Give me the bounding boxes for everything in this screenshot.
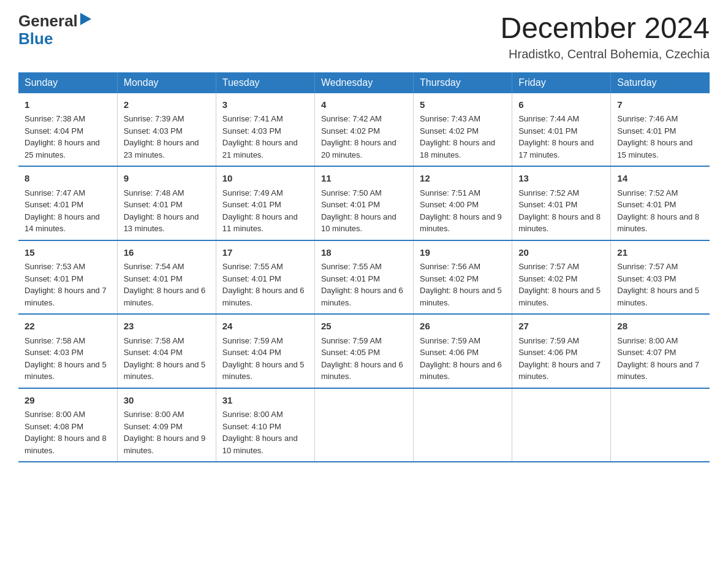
day-number: 10 [222,172,308,186]
column-header-friday: Friday [512,72,611,93]
day-number: 20 [518,246,604,260]
day-number: 24 [222,320,308,334]
calendar-cell: 22Sunrise: 7:58 AMSunset: 4:03 PMDayligh… [18,314,117,388]
day-number: 6 [518,98,604,112]
calendar-week-row: 8Sunrise: 7:47 AMSunset: 4:01 PMDaylight… [18,166,710,240]
day-number: 22 [25,320,111,334]
calendar-cell: 30Sunrise: 8:00 AMSunset: 4:09 PMDayligh… [117,388,216,462]
svg-marker-0 [80,13,91,25]
calendar-cell: 2Sunrise: 7:39 AMSunset: 4:03 PMDaylight… [117,93,216,167]
day-info: Sunrise: 7:48 AMSunset: 4:01 PMDaylight:… [124,188,199,234]
day-number: 5 [420,98,506,112]
calendar-cell: 17Sunrise: 7:55 AMSunset: 4:01 PMDayligh… [216,240,314,315]
day-info: Sunrise: 7:52 AMSunset: 4:01 PMDaylight:… [617,188,699,234]
day-number: 2 [124,98,210,112]
column-header-tuesday: Tuesday [216,72,314,93]
day-number: 13 [518,172,604,186]
logo-wordmark: General Blue [18,12,91,47]
day-info: Sunrise: 7:55 AMSunset: 4:01 PMDaylight:… [222,262,305,307]
day-info: Sunrise: 7:54 AMSunset: 4:01 PMDaylight:… [124,262,206,307]
calendar-header-row: SundayMondayTuesdayWednesdayThursdayFrid… [18,72,710,93]
calendar-cell: 20Sunrise: 7:57 AMSunset: 4:02 PMDayligh… [512,240,611,315]
calendar-cell [314,388,413,462]
day-number: 4 [321,98,407,112]
day-number: 28 [617,320,703,334]
day-info: Sunrise: 8:00 AMSunset: 4:10 PMDaylight:… [222,410,298,455]
day-number: 7 [617,98,703,112]
column-header-wednesday: Wednesday [314,72,413,93]
day-info: Sunrise: 8:00 AMSunset: 4:08 PMDaylight:… [25,410,107,455]
calendar-cell: 11Sunrise: 7:50 AMSunset: 4:01 PMDayligh… [314,166,413,240]
day-info: Sunrise: 7:52 AMSunset: 4:01 PMDaylight:… [518,188,601,234]
calendar-cell: 23Sunrise: 7:58 AMSunset: 4:04 PMDayligh… [117,314,216,388]
day-info: Sunrise: 7:42 AMSunset: 4:02 PMDaylight:… [321,114,396,159]
calendar-cell: 14Sunrise: 7:52 AMSunset: 4:01 PMDayligh… [611,166,710,240]
day-number: 17 [222,246,308,260]
day-number: 8 [25,172,111,186]
calendar-week-row: 22Sunrise: 7:58 AMSunset: 4:03 PMDayligh… [18,314,710,388]
column-header-saturday: Saturday [611,72,710,93]
calendar-cell: 16Sunrise: 7:54 AMSunset: 4:01 PMDayligh… [117,240,216,315]
logo-blue-text: Blue [18,29,53,48]
day-info: Sunrise: 7:59 AMSunset: 4:06 PMDaylight:… [420,336,502,381]
day-info: Sunrise: 7:59 AMSunset: 4:04 PMDaylight:… [222,336,305,381]
calendar-cell [414,388,512,462]
calendar-cell: 5Sunrise: 7:43 AMSunset: 4:02 PMDaylight… [414,93,512,167]
calendar-cell: 19Sunrise: 7:56 AMSunset: 4:02 PMDayligh… [414,240,512,315]
title-block: December 2024 Hradistko, Central Bohemia… [500,12,710,61]
month-title: December 2024 [500,12,710,45]
day-number: 14 [617,172,703,186]
day-number: 19 [420,246,506,260]
day-number: 21 [617,246,703,260]
column-header-sunday: Sunday [18,72,117,93]
calendar-cell: 3Sunrise: 7:41 AMSunset: 4:03 PMDaylight… [216,93,314,167]
day-number: 23 [124,320,210,334]
day-number: 12 [420,172,506,186]
calendar-cell: 10Sunrise: 7:49 AMSunset: 4:01 PMDayligh… [216,166,314,240]
day-info: Sunrise: 7:57 AMSunset: 4:02 PMDaylight:… [518,262,601,307]
calendar-cell: 15Sunrise: 7:53 AMSunset: 4:01 PMDayligh… [18,240,117,315]
day-number: 15 [25,246,111,260]
day-number: 27 [518,320,604,334]
day-info: Sunrise: 7:58 AMSunset: 4:03 PMDaylight:… [25,336,107,381]
location-subtitle: Hradistko, Central Bohemia, Czechia [500,47,710,61]
day-number: 25 [321,320,407,334]
day-info: Sunrise: 7:44 AMSunset: 4:01 PMDaylight:… [518,114,594,159]
logo-arrow-icon [80,13,91,25]
calendar-cell: 28Sunrise: 8:00 AMSunset: 4:07 PMDayligh… [611,314,710,388]
day-number: 16 [124,246,210,260]
calendar-cell: 6Sunrise: 7:44 AMSunset: 4:01 PMDaylight… [512,93,611,167]
day-number: 1 [25,98,111,112]
day-info: Sunrise: 7:58 AMSunset: 4:04 PMDaylight:… [124,336,206,381]
logo-general-text: General [18,12,78,30]
calendar-cell: 1Sunrise: 7:38 AMSunset: 4:04 PMDaylight… [18,93,117,167]
day-info: Sunrise: 7:39 AMSunset: 4:03 PMDaylight:… [124,114,199,159]
logo: General Blue [18,12,91,47]
calendar-cell: 13Sunrise: 7:52 AMSunset: 4:01 PMDayligh… [512,166,611,240]
calendar-week-row: 1Sunrise: 7:38 AMSunset: 4:04 PMDaylight… [18,93,710,167]
day-number: 11 [321,172,407,186]
calendar-cell [611,388,710,462]
day-number: 31 [222,394,308,408]
day-info: Sunrise: 7:50 AMSunset: 4:01 PMDaylight:… [321,188,396,234]
calendar-cell: 27Sunrise: 7:59 AMSunset: 4:06 PMDayligh… [512,314,611,388]
day-info: Sunrise: 7:41 AMSunset: 4:03 PMDaylight:… [222,114,298,159]
calendar-cell: 4Sunrise: 7:42 AMSunset: 4:02 PMDaylight… [314,93,413,167]
calendar-cell: 26Sunrise: 7:59 AMSunset: 4:06 PMDayligh… [414,314,512,388]
calendar-cell: 25Sunrise: 7:59 AMSunset: 4:05 PMDayligh… [314,314,413,388]
calendar-cell: 18Sunrise: 7:55 AMSunset: 4:01 PMDayligh… [314,240,413,315]
day-info: Sunrise: 7:59 AMSunset: 4:05 PMDaylight:… [321,336,403,381]
day-info: Sunrise: 8:00 AMSunset: 4:09 PMDaylight:… [124,410,206,455]
day-info: Sunrise: 8:00 AMSunset: 4:07 PMDaylight:… [617,336,699,381]
day-number: 9 [124,172,210,186]
calendar-cell: 12Sunrise: 7:51 AMSunset: 4:00 PMDayligh… [414,166,512,240]
day-info: Sunrise: 7:57 AMSunset: 4:03 PMDaylight:… [617,262,699,307]
calendar-cell: 31Sunrise: 8:00 AMSunset: 4:10 PMDayligh… [216,388,314,462]
page-header: General Blue December 2024 Hradistko, Ce… [18,12,710,61]
day-number: 3 [222,98,308,112]
calendar-table: SundayMondayTuesdayWednesdayThursdayFrid… [18,72,710,463]
calendar-cell [512,388,611,462]
column-header-thursday: Thursday [414,72,512,93]
day-number: 18 [321,246,407,260]
calendar-cell: 9Sunrise: 7:48 AMSunset: 4:01 PMDaylight… [117,166,216,240]
